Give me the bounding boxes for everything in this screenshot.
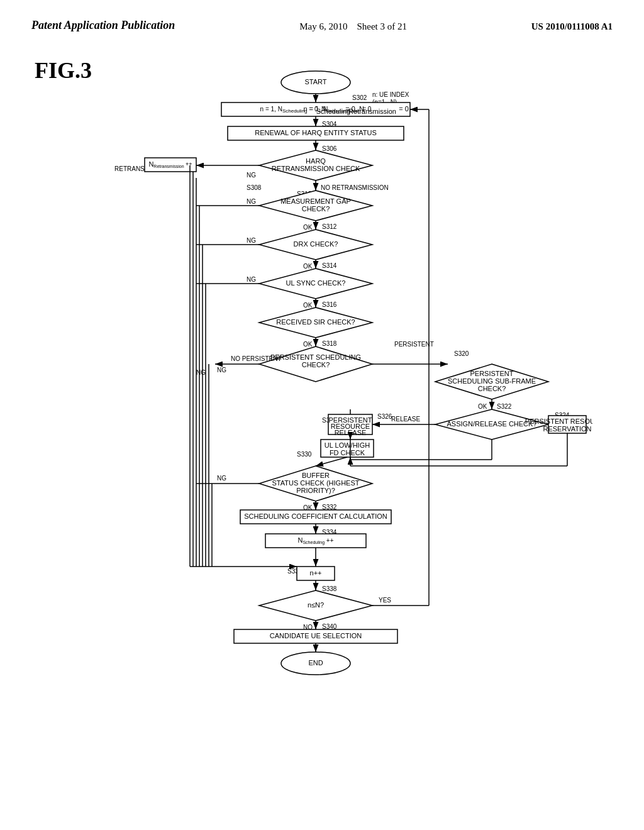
page-header: Patent Application Publication May 6, 20… [0, 0, 644, 38]
svg-text:BUFFER: BUFFER [302, 472, 330, 479]
svg-text:NG: NG [217, 475, 226, 482]
svg-text:NG: NG [247, 237, 256, 244]
svg-text:S322: S322 [497, 403, 512, 410]
svg-text:END: END [308, 659, 323, 667]
svg-text:CHECK?: CHECK? [302, 205, 330, 213]
svg-text:PERSISTENT SCHEDULING: PERSISTENT SCHEDULING [270, 353, 361, 361]
main-content: FIG.3 START S302 n: UE INDEX (n=1...N) [0, 38, 644, 805]
svg-text:NG: NG [247, 276, 256, 283]
svg-text:S330: S330 [297, 451, 312, 458]
sheet-info: Sheet 3 of 21 [357, 21, 407, 31]
svg-text:S302: S302 [352, 94, 367, 101]
svg-text:n: UE INDEX: n: UE INDEX [372, 91, 409, 98]
svg-text:STATUS CHECK (HIGHEST: STATUS CHECK (HIGHEST [272, 479, 360, 487]
svg-text:NG: NG [247, 172, 256, 179]
svg-text:FD CHECK: FD CHECK [330, 449, 365, 456]
svg-text:RECEIVED SIR CHECK?: RECEIVED SIR CHECK? [276, 318, 355, 326]
svg-text:CANDIDATE UE SELECTION: CANDIDATE UE SELECTION [270, 632, 362, 639]
svg-text:NG: NG [247, 198, 256, 205]
svg-text:S316: S316 [322, 301, 337, 308]
svg-text:RENEWAL OF HARQ ENTITY STATUS: RENEWAL OF HARQ ENTITY STATUS [255, 129, 377, 136]
svg-text:S306: S306 [322, 145, 337, 152]
svg-text:S338: S338 [322, 585, 337, 592]
svg-text:S326: S326 [377, 413, 392, 420]
publication-title: Patent Application Publication [31, 19, 175, 32]
svg-text:OK: OK [303, 263, 313, 270]
svg-text:OK: OK [303, 224, 313, 231]
svg-text:RESERVATION: RESERVATION [543, 425, 591, 433]
svg-text:S332: S332 [322, 504, 337, 511]
svg-text:CHECK?: CHECK? [478, 385, 506, 392]
svg-text:= 0: = 0 [399, 105, 409, 113]
publication-date: May 6, 2010 [299, 21, 347, 31]
svg-text:DRX CHECK?: DRX CHECK? [294, 240, 338, 248]
svg-text:NO RETRANSMISSION: NO RETRANSMISSION [321, 184, 389, 191]
svg-text:NG: NG [217, 367, 226, 374]
svg-text:UL SYNC CHECK?: UL SYNC CHECK? [286, 279, 346, 287]
svg-text:MEASUREMENT GAP: MEASUREMENT GAP [280, 197, 351, 205]
svg-text:START: START [304, 78, 326, 86]
svg-text:OK: OK [303, 302, 313, 309]
flowchart-svg: START S302 n: UE INDEX (n=1...N) n = 1, … [52, 64, 592, 793]
svg-text:S314: S314 [322, 262, 337, 269]
svg-text:OK: OK [303, 341, 313, 348]
svg-text:YES: YES [379, 597, 391, 604]
svg-text:OK: OK [478, 403, 487, 410]
svg-text:RETRANSMISSION CHECK: RETRANSMISSION CHECK [272, 165, 360, 172]
flowchart: START S302 n: UE INDEX (n=1...N) n = 1, … [52, 64, 592, 793]
svg-text:UL LOW/HIGH: UL LOW/HIGH [325, 441, 370, 449]
svg-text:HARQ: HARQ [306, 157, 326, 165]
svg-text:S312: S312 [322, 223, 337, 230]
patent-number: US 2010/0111008 A1 [531, 21, 613, 32]
publication-date-sheet: May 6, 2010 Sheet 3 of 21 [299, 21, 407, 32]
svg-text:PRIORITY)?: PRIORITY)? [296, 487, 335, 494]
svg-text:SCHEDULING SUB-FRAME: SCHEDULING SUB-FRAME [448, 377, 536, 385]
svg-text:n++: n++ [310, 569, 322, 577]
svg-text:PERSISTENT: PERSISTENT [394, 341, 434, 348]
svg-line-97 [316, 457, 347, 466]
svg-text:CHECK?: CHECK? [302, 361, 330, 368]
svg-text:n≤N?: n≤N? [308, 601, 324, 609]
svg-text:ASSIGN/RELEASE CHECK?: ASSIGN/RELEASE CHECK? [447, 420, 536, 428]
svg-text:S340: S340 [322, 623, 337, 630]
svg-text:SCHEDULING COEFFICIENT CALCULA: SCHEDULING COEFFICIENT CALCULATION [244, 512, 387, 520]
svg-text:PERSISTENT RESOURCE: PERSISTENT RESOURCE [525, 418, 592, 425]
svg-text:PERSISTENT: PERSISTENT [470, 370, 513, 377]
svg-text:NG: NG [196, 369, 206, 376]
svg-text:S308: S308 [247, 184, 262, 191]
svg-text:NO PERSISTENT: NO PERSISTENT [231, 355, 282, 362]
svg-text:S320: S320 [454, 350, 469, 357]
svg-text:RELEASE: RELEASE [391, 416, 420, 423]
svg-text:S318: S318 [322, 340, 337, 347]
